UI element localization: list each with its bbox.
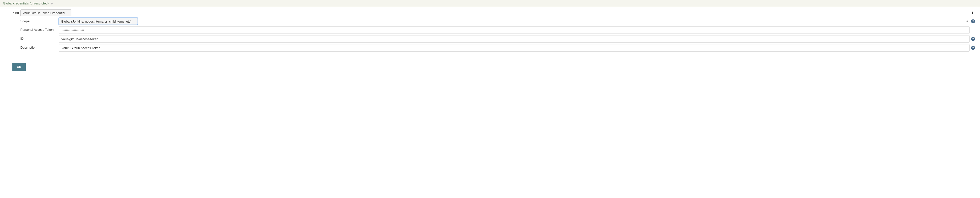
description-label: Description <box>20 44 59 50</box>
help-icon[interactable]: ? <box>971 46 975 50</box>
form-row-scope: Scope Global (Jenkins, nodes, items, all… <box>13 18 975 25</box>
help-icon[interactable]: ? <box>971 37 975 41</box>
scope-label: Scope <box>20 18 59 23</box>
breadcrumb-separator-icon: ▶ <box>51 2 53 5</box>
credentials-form: Kind Vault Github Token Credential ▲▼ Sc… <box>0 7 980 73</box>
id-label: ID <box>20 35 59 40</box>
personal-access-token-input[interactable] <box>59 26 970 34</box>
chevron-updown-icon: ▲▼ <box>972 11 974 14</box>
ok-button[interactable]: OK <box>13 63 26 71</box>
chevron-updown-icon: ▲▼ <box>966 20 968 23</box>
form-row-id: ID ? <box>13 35 975 43</box>
kind-label: Kind <box>13 10 20 14</box>
id-input[interactable] <box>59 35 970 43</box>
description-input[interactable] <box>59 44 970 52</box>
form-row-kind: Kind Vault Github Token Credential ▲▼ <box>13 10 975 16</box>
form-row-personal-access-token: Personal Access Token <box>13 26 975 34</box>
help-icon[interactable]: ? <box>971 19 975 23</box>
breadcrumb: Global credentials (unrestricted) ▶ <box>0 0 980 7</box>
kind-select[interactable]: Vault Github Token Credential <box>20 10 72 16</box>
form-row-description: Description ? <box>13 44 975 52</box>
scope-select[interactable]: Global (Jenkins, nodes, items, all child… <box>59 18 138 25</box>
personal-access-token-label: Personal Access Token <box>20 26 59 32</box>
breadcrumb-link-global-credentials[interactable]: Global credentials (unrestricted) <box>3 2 49 5</box>
